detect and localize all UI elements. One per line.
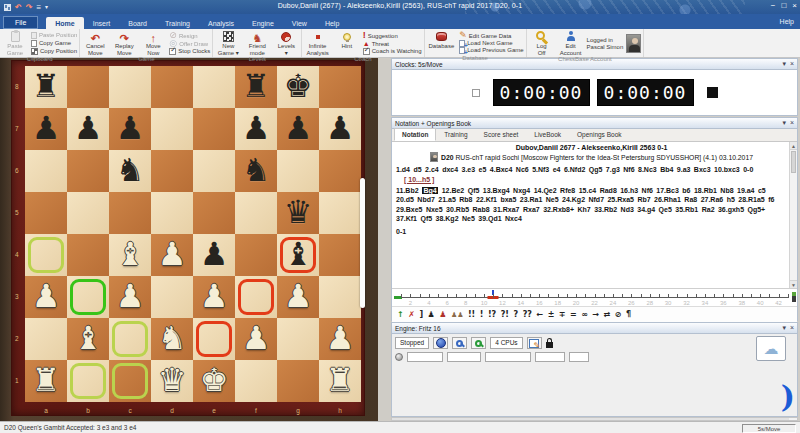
tab-file[interactable]: File	[3, 16, 38, 29]
hint-button[interactable]: Hint	[334, 30, 360, 56]
nag-retreat-button[interactable]: ←	[536, 308, 543, 322]
cloud-engine-button[interactable]	[756, 336, 786, 361]
collapse-icon[interactable]: ▾	[782, 119, 786, 127]
nag-mistake-button[interactable]: ?	[514, 308, 519, 322]
help-link[interactable]: Help	[780, 18, 794, 25]
engine-start-button[interactable]	[433, 337, 448, 349]
notation-scrollbar[interactable]: ▲ ▼	[789, 142, 797, 288]
piece-black-pawn-f7[interactable]: ♟	[235, 108, 277, 150]
piece-white-queen-d1[interactable]: ♛	[151, 360, 193, 402]
caret-icon[interactable]	[45, 1, 48, 13]
edit-account-button[interactable]: Edit Account	[558, 30, 584, 56]
friend-mode-button[interactable]: Friend mode	[244, 30, 270, 56]
copy-game-button[interactable]: Copy Game	[31, 40, 77, 47]
text-annotation-button[interactable]: ¶	[626, 308, 631, 322]
infinite-analysis-button[interactable]: Infinite Analysis	[304, 30, 330, 56]
piece-black-rook-f8[interactable]: ♜	[235, 66, 277, 108]
scrollbar-thumb[interactable]	[392, 418, 789, 420]
deep-analysis-button[interactable]	[471, 337, 486, 349]
threat-button[interactable]: Threat	[363, 41, 422, 48]
log-off-button[interactable]: Log Off	[529, 30, 555, 56]
piece-black-pawn-g7[interactable]: ♟	[277, 108, 319, 150]
erase-annotations-button[interactable]: ⊘	[615, 308, 622, 322]
piece-black-bishop-g4[interactable]: ♝	[277, 234, 319, 276]
delete-variation-button[interactable]: ♟	[439, 308, 446, 322]
eval-white-better-button[interactable]: ±	[548, 308, 555, 322]
close-icon[interactable]: ×	[790, 324, 794, 332]
piece-black-pawn-c7[interactable]: ♟	[109, 108, 151, 150]
cancel-move-button[interactable]: Cancel Move	[82, 30, 108, 56]
lock-icon[interactable]	[546, 342, 553, 348]
notation-tab-notation[interactable]: Notation	[394, 128, 436, 141]
load-next-game-button[interactable]: Load Next Game	[459, 40, 523, 47]
piece-black-queen-g5[interactable]: ♛	[277, 192, 319, 234]
suggestion-button[interactable]: Suggestion	[363, 32, 422, 40]
promote-variation-button[interactable]: ♟	[428, 308, 435, 322]
piece-white-pawn-d4[interactable]: ♟	[151, 234, 193, 276]
notation-tab-openings-book[interactable]: Openings Book	[569, 128, 629, 141]
levels-▾-button[interactable]: Levels ▾	[273, 30, 299, 56]
engine-value-field-2[interactable]	[447, 352, 481, 362]
analysis-button[interactable]	[452, 337, 467, 349]
tab-engine[interactable]: Engine	[243, 17, 283, 29]
engine-value-field-1[interactable]	[407, 352, 443, 362]
load-previous-game-button[interactable]: Load Previous Game	[459, 47, 523, 54]
replay-move-button[interactable]: Replay Move	[111, 30, 137, 56]
tab-insert[interactable]: Insert	[84, 17, 120, 29]
piece-white-rook-h1[interactable]: ♜	[319, 360, 361, 402]
piece-white-rook-a1[interactable]: ♜	[25, 360, 67, 402]
piece-black-knight-c6[interactable]: ♞	[109, 150, 151, 192]
copy-position-button[interactable]: Copy Position	[31, 48, 77, 55]
new-game-▾-button[interactable]: New Game ▾	[215, 30, 241, 56]
piece-black-pawn-e4[interactable]: ♟	[193, 234, 235, 276]
piece-black-king-g8[interactable]: ♚	[277, 66, 319, 108]
nag-good-button[interactable]: !	[480, 308, 484, 322]
eval-equal-button[interactable]: =	[570, 308, 577, 322]
collapse-icon[interactable]: ▾	[782, 60, 786, 68]
piece-black-rook-a8[interactable]: ♜	[25, 66, 67, 108]
tab-board[interactable]: Board	[119, 17, 156, 29]
coach-is-watching-button[interactable]: Coach is Watching	[363, 48, 422, 55]
close-icon[interactable]: ×	[790, 60, 794, 68]
engine-value-field-5[interactable]	[569, 352, 589, 362]
piece-white-pawn-f2[interactable]: ♟	[235, 318, 277, 360]
menu-icon[interactable]	[36, 2, 41, 13]
piece-white-king-e1[interactable]: ♚	[193, 360, 235, 402]
piece-white-pawn-h2[interactable]: ♟	[319, 318, 361, 360]
end-variation-button[interactable]: ]	[419, 308, 423, 322]
piece-white-knight-d2[interactable]: ♞	[151, 318, 193, 360]
board-splitter-handle[interactable]	[360, 178, 365, 308]
tab-training[interactable]: Training	[156, 17, 199, 29]
insert-move-button[interactable]: ↑	[397, 308, 404, 322]
board-icon[interactable]	[4, 4, 11, 11]
restore-button[interactable]: □	[781, 1, 786, 10]
notation-tab-livebook[interactable]: LiveBook	[526, 128, 569, 141]
eval-black-better-button[interactable]: ∓	[559, 308, 566, 322]
piece-white-pawn-g3[interactable]: ♟	[277, 276, 319, 318]
moves-line-1[interactable]: 1.d4 d5 2.c4 dxc4 3.e3 e5 4.Bxc4 Nc6 5.N…	[396, 165, 787, 175]
piece-black-pawn-a7[interactable]: ♟	[25, 108, 67, 150]
selected-move[interactable]: Bg4	[422, 187, 438, 194]
piece-white-bishop-c4[interactable]: ♝	[109, 234, 151, 276]
collapse-icon[interactable]: ▾	[782, 324, 786, 332]
nag-attack-button[interactable]: →	[592, 308, 599, 322]
close-icon[interactable]: ×	[790, 119, 794, 127]
eval-unclear-button[interactable]: ∞	[581, 308, 588, 322]
scroll-up-icon[interactable]: ▲	[790, 142, 797, 150]
nag-dubious-button[interactable]: ?!	[501, 308, 509, 322]
cpus-button[interactable]: 4 CPUs	[490, 337, 522, 349]
edit-game-data-button[interactable]: Edit Game Data	[459, 32, 523, 40]
tab-analysis[interactable]: Analysis	[199, 17, 243, 29]
nag-interesting-button[interactable]: !?	[488, 308, 496, 322]
nag-brilliant-button[interactable]: !!	[468, 308, 475, 322]
notation-output-button[interactable]	[527, 337, 542, 349]
scroll-down-icon[interactable]: ▼	[790, 280, 797, 288]
piece-black-knight-f6[interactable]: ♞	[235, 150, 277, 192]
engine-value-field-4[interactable]	[535, 352, 565, 362]
undo-icon[interactable]	[15, 2, 22, 13]
close-button[interactable]: ×	[792, 1, 797, 10]
piece-white-pawn-e3[interactable]: ♟	[193, 276, 235, 318]
piece-white-pawn-c3[interactable]: ♟	[109, 276, 151, 318]
engine-stopped-button[interactable]: Stopped	[395, 337, 429, 349]
redo-icon[interactable]	[26, 2, 33, 13]
